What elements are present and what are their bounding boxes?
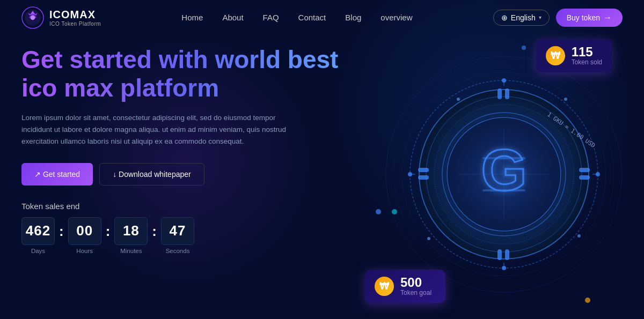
svg-point-39 <box>577 234 581 238</box>
minutes-block: 18 Minutes <box>114 217 148 254</box>
arrow-icon: → <box>603 13 612 23</box>
nav-contact[interactable]: Contact <box>298 13 326 22</box>
download-whitepaper-button[interactable]: ↓ Download whitepaper <box>99 163 204 186</box>
svg-point-36 <box>502 266 506 270</box>
accent-dot-3 <box>522 46 526 50</box>
chevron-down-icon: ▾ <box>539 14 541 20</box>
countdown-label: Token sales end <box>21 202 360 211</box>
separator-1: : <box>59 223 64 248</box>
seconds-block: 47 Seconds <box>161 217 194 254</box>
countdown-section: Token sales end 462 Days : 00 Hours : 18… <box>21 202 360 254</box>
language-button[interactable]: ⊕ English ▾ <box>493 10 550 26</box>
nav-faq[interactable]: FAQ <box>263 13 279 22</box>
token-sold-number: 115 <box>572 46 602 58</box>
svg-point-37 <box>408 172 412 176</box>
svg-point-38 <box>457 98 460 101</box>
buy-token-label: Buy token <box>567 13 600 22</box>
svg-point-34 <box>502 78 506 83</box>
buy-token-button[interactable]: Buy token → <box>556 9 623 27</box>
token-sold-info: 115 Token sold <box>572 46 602 66</box>
nav-home[interactable]: Home <box>181 13 203 22</box>
navbar: ICOMAX ICO Token Platform Home About FAQ… <box>0 0 644 35</box>
accent-dot-1 <box>376 209 381 214</box>
action-buttons: ↗ Get started ↓ Download whitepaper <box>21 163 360 186</box>
svg-rect-20 <box>482 189 525 191</box>
svg-point-40 <box>564 98 567 101</box>
accent-dot-2 <box>392 209 397 214</box>
svg-rect-25 <box>418 168 429 172</box>
nav-about[interactable]: About <box>222 13 243 22</box>
globe-icon: ⊕ <box>501 13 508 22</box>
token-goal-coin-icon: ₩ <box>375 277 394 296</box>
logo-text-group: ICOMAX ICO Token Platform <box>49 9 101 27</box>
hero-description: Lorem ipsum dolor sit amet, consectetur … <box>21 112 290 148</box>
download-label: ↓ Download whitepaper <box>113 170 191 179</box>
minutes-unit: Minutes <box>120 248 142 254</box>
svg-rect-22 <box>505 88 509 99</box>
svg-rect-23 <box>497 249 502 260</box>
seconds-unit: Seconds <box>166 248 190 254</box>
days-value: 462 <box>21 217 55 245</box>
left-panel: Get started with world best ico max plat… <box>21 35 360 319</box>
svg-rect-28 <box>579 175 590 180</box>
hours-value: 00 <box>68 217 101 245</box>
svg-rect-21 <box>497 88 502 99</box>
hours-block: 00 Hours <box>68 217 101 254</box>
logo: ICOMAX ICO Token Platform <box>21 6 101 29</box>
days-block: 462 Days <box>21 217 55 254</box>
language-label: English <box>511 13 536 22</box>
seconds-value: 47 <box>161 217 194 245</box>
minutes-value: 18 <box>114 217 148 245</box>
token-sold-label: Token sold <box>572 58 602 66</box>
countdown-timer: 462 Days : 00 Hours : 18 Minutes : 47 Se… <box>21 217 360 254</box>
hours-unit: Hours <box>76 248 93 254</box>
nav-links: Home About FAQ Contact Blog overview <box>181 13 412 23</box>
token-sold-badge: ₩ 115 Token sold <box>536 39 612 72</box>
separator-2: : <box>106 223 111 248</box>
token-goal-badge: ₩ 500 Token goal <box>365 270 445 303</box>
nav-overview[interactable]: overview <box>380 13 412 22</box>
svg-point-41 <box>427 237 430 240</box>
logo-icon <box>21 6 44 29</box>
brand-name: ICOMAX <box>49 9 101 21</box>
days-unit: Days <box>31 248 45 254</box>
get-started-button[interactable]: ↗ Get started <box>21 163 93 186</box>
brand-subtitle: ICO Token Platform <box>49 21 101 27</box>
token-sold-coin-icon: ₩ <box>546 46 565 65</box>
svg-rect-24 <box>505 249 509 260</box>
right-panel: ₩ 115 Token sold <box>360 35 623 319</box>
svg-point-4 <box>31 16 35 20</box>
svg-rect-19 <box>482 157 525 159</box>
svg-text:G: G <box>481 137 527 203</box>
nav-blog[interactable]: Blog <box>345 13 361 22</box>
hero-title: Get started with world best ico max plat… <box>21 46 360 102</box>
svg-rect-26 <box>418 175 429 180</box>
nav-right: ⊕ English ▾ Buy token → <box>493 9 623 27</box>
svg-rect-27 <box>579 168 590 172</box>
token-goal-number: 500 <box>400 276 431 289</box>
token-goal-label: Token goal <box>400 289 431 296</box>
svg-point-35 <box>596 172 600 176</box>
separator-3: : <box>152 223 157 248</box>
token-goal-info: 500 Token goal <box>400 276 431 296</box>
get-started-label: ↗ Get started <box>34 170 80 179</box>
main-content: Get started with world best ico max plat… <box>0 35 644 319</box>
accent-dot-4 <box>585 298 590 303</box>
